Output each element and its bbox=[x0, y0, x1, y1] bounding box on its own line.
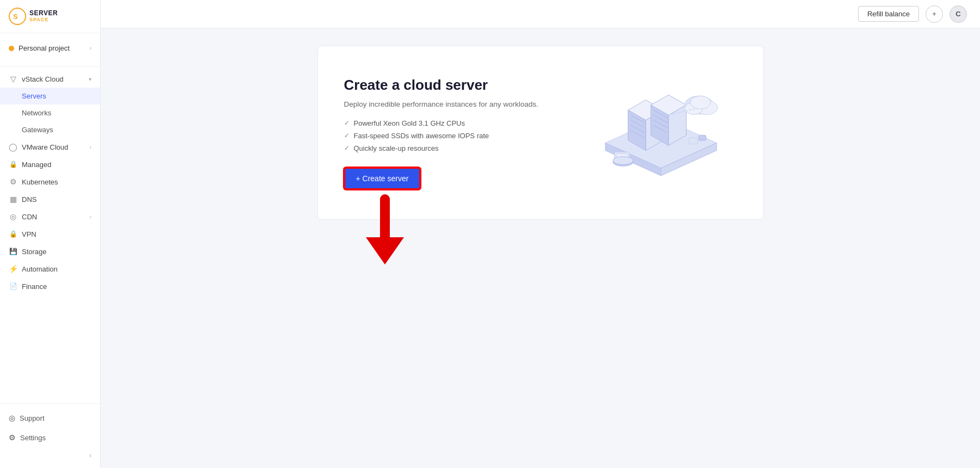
svg-marker-3 bbox=[366, 237, 404, 264]
svg-point-30 bbox=[612, 157, 633, 165]
vstack-chevron: ▾ bbox=[89, 76, 91, 82]
managed-header[interactable]: 🔒 Managed bbox=[0, 156, 100, 173]
feature-2-text: Fast-speed SSDs with awesome IOPS rate bbox=[354, 132, 489, 140]
personal-project[interactable]: Personal project › bbox=[0, 39, 100, 58]
main-area: Refill balance + C Create a cloud server… bbox=[101, 0, 980, 468]
dns-icon: ▦ bbox=[9, 195, 17, 204]
svg-text:S: S bbox=[13, 13, 18, 21]
storage-icon: 💾 bbox=[9, 247, 17, 256]
feature-1-text: Powerful Xeon Gold 3.1 GHz CPUs bbox=[354, 119, 465, 127]
page-wrapper: Create a cloud server Deploy incredible … bbox=[118, 46, 963, 220]
user-avatar-button[interactable]: C bbox=[950, 5, 967, 23]
settings-label: Settings bbox=[20, 434, 46, 442]
vstack-icon: ▽ bbox=[9, 75, 17, 83]
vmware-chevron: ‹ bbox=[90, 144, 91, 150]
managed-label: Managed bbox=[22, 161, 51, 169]
dns-label: DNS bbox=[22, 195, 36, 204]
svg-rect-31 bbox=[689, 138, 698, 144]
vstack-label: vStack Cloud bbox=[22, 75, 64, 83]
finance-icon: 📄 bbox=[9, 282, 17, 291]
automation-label: Automation bbox=[22, 265, 58, 273]
vmware-label: VMware Cloud bbox=[22, 143, 68, 151]
storage-header[interactable]: 💾 Storage bbox=[0, 243, 100, 260]
kubernetes-icon: ⚙ bbox=[9, 177, 17, 186]
vmware-cloud-header[interactable]: ◯ VMware Cloud ‹ bbox=[0, 138, 100, 156]
check-icon-1: ✓ bbox=[344, 119, 350, 127]
sidebar-settings[interactable]: ⚙ Settings bbox=[0, 428, 100, 447]
sidebar-item-gateways[interactable]: Gateways bbox=[0, 121, 100, 138]
add-button[interactable]: + bbox=[926, 5, 943, 23]
sidebar-item-servers[interactable]: Servers bbox=[0, 88, 100, 104]
card-features: ✓ Powerful Xeon Gold 3.1 GHz CPUs ✓ Fast… bbox=[344, 119, 563, 152]
settings-icon: ⚙ bbox=[9, 433, 16, 442]
feature-2: ✓ Fast-speed SSDs with awesome IOPS rate bbox=[344, 132, 563, 140]
svg-point-24 bbox=[690, 96, 710, 109]
vstack-cloud-group: ▽ vStack Cloud ▾ Servers Networks Gatewa… bbox=[0, 70, 100, 138]
svg-rect-32 bbox=[699, 136, 706, 140]
storage-label: Storage bbox=[22, 248, 47, 256]
create-server-button[interactable]: + Create server bbox=[344, 168, 421, 189]
content-area: Create a cloud server Deploy incredible … bbox=[101, 28, 980, 468]
vstack-cloud-header[interactable]: ▽ vStack Cloud ▾ bbox=[0, 70, 100, 88]
feature-3: ✓ Quickly scale-up resources bbox=[344, 144, 563, 152]
card-subtitle: Deploy incredible performance instances … bbox=[344, 100, 563, 108]
sidebar: S SERVER SPACE Personal project › ▽ vSta… bbox=[0, 0, 101, 468]
automation-header[interactable]: ⚡ Automation bbox=[0, 260, 100, 278]
check-icon-2: ✓ bbox=[344, 132, 350, 139]
card-title: Create a cloud server bbox=[344, 77, 563, 94]
sidebar-divider-1 bbox=[0, 66, 100, 67]
project-chevron: › bbox=[90, 45, 91, 51]
header: Refill balance + C bbox=[101, 0, 980, 28]
refill-balance-button[interactable]: Refill balance bbox=[858, 6, 919, 22]
vpn-icon: 🔒 bbox=[9, 230, 17, 238]
vpn-header[interactable]: 🔒 VPN bbox=[0, 225, 100, 243]
kubernetes-label: Kubernetes bbox=[22, 178, 58, 186]
card-illustration bbox=[585, 73, 737, 193]
card-left: Create a cloud server Deploy incredible … bbox=[344, 77, 563, 189]
finance-label: Finance bbox=[22, 282, 47, 291]
automation-icon: ⚡ bbox=[9, 264, 17, 273]
vmware-icon: ◯ bbox=[9, 143, 17, 151]
support-label: Support bbox=[20, 414, 45, 422]
project-section: Personal project › bbox=[0, 33, 100, 63]
cdn-header[interactable]: ◎ CDN ‹ bbox=[0, 208, 100, 225]
kubernetes-header[interactable]: ⚙ Kubernetes bbox=[0, 173, 100, 190]
support-icon: ◎ bbox=[9, 414, 15, 422]
check-icon-3: ✓ bbox=[344, 144, 350, 152]
create-server-card: Create a cloud server Deploy incredible … bbox=[317, 46, 764, 220]
dns-header[interactable]: ▦ DNS bbox=[0, 190, 100, 208]
managed-icon: 🔒 bbox=[9, 160, 17, 169]
create-btn-wrapper: + Create server bbox=[344, 168, 421, 189]
sidebar-bottom: ◎ Support ⚙ Settings ‹ bbox=[0, 403, 100, 468]
vpn-label: VPN bbox=[22, 230, 36, 238]
server-illustration bbox=[590, 73, 732, 193]
red-arrow bbox=[360, 194, 409, 264]
project-dot bbox=[9, 46, 14, 51]
sidebar-item-networks[interactable]: Networks bbox=[0, 104, 100, 121]
feature-1: ✓ Powerful Xeon Gold 3.1 GHz CPUs bbox=[344, 119, 563, 127]
logo-area: S SERVER SPACE bbox=[0, 0, 100, 33]
cdn-chevron: ‹ bbox=[90, 214, 91, 220]
cdn-icon: ◎ bbox=[9, 212, 17, 221]
sidebar-collapse-btn[interactable]: ‹ bbox=[0, 447, 100, 464]
project-label: Personal project bbox=[19, 44, 70, 52]
cdn-label: CDN bbox=[22, 213, 37, 221]
finance-header[interactable]: 📄 Finance bbox=[0, 278, 100, 295]
feature-3-text: Quickly scale-up resources bbox=[354, 144, 439, 152]
sidebar-support[interactable]: ◎ Support bbox=[0, 408, 100, 428]
